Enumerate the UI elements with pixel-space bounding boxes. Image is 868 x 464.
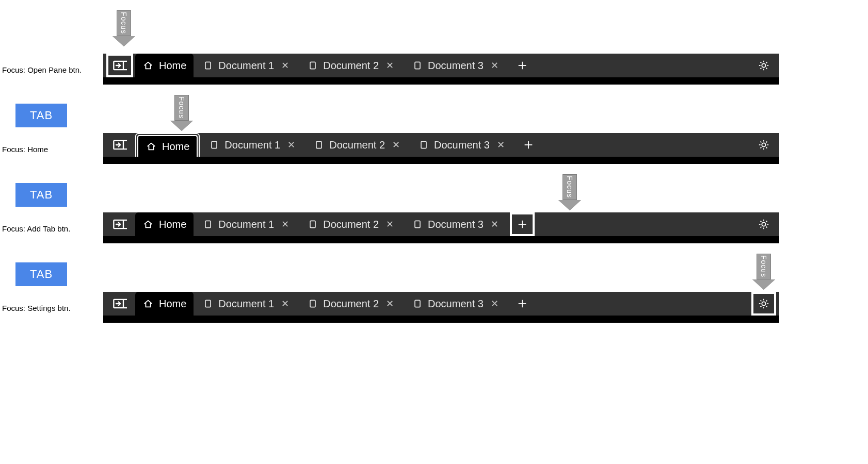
tab-document-1-close-button[interactable]: ✕ — [285, 138, 297, 152]
page-icon — [412, 219, 423, 229]
page-icon — [308, 299, 318, 309]
state-row-2: TABFocus: HomeFocusHomeDocument 1✕Docume… — [0, 95, 868, 164]
tab-document-3[interactable]: Document 3✕ — [411, 133, 514, 157]
tab-document-2-close-button[interactable]: ✕ — [390, 138, 402, 152]
open-pane-button[interactable] — [106, 292, 133, 316]
close-icon: ✕ — [287, 139, 295, 151]
focus-callout-label: Focus — [117, 10, 131, 36]
close-icon: ✕ — [281, 298, 289, 309]
tabstrip: HomeDocument 1✕Document 2✕Document 3✕ — [103, 54, 779, 77]
tab-document-2-label: Document 2 — [323, 298, 379, 310]
toolbar: HomeDocument 1✕Document 2✕Document 3✕ — [103, 54, 779, 85]
gear-icon — [758, 298, 769, 309]
focus-caption: Focus: Add Tab btn. — [2, 224, 70, 233]
tab-home-label: Home — [159, 298, 186, 310]
tab-document-2-close-button[interactable]: ✕ — [384, 59, 396, 72]
open-pane-icon — [112, 296, 127, 311]
close-icon: ✕ — [281, 60, 289, 71]
spacer — [537, 292, 749, 316]
tab-document-2[interactable]: Document 2✕ — [300, 292, 403, 316]
content-strip — [103, 316, 779, 323]
tab-document-1-close-button[interactable]: ✕ — [279, 297, 291, 310]
tab-document-3-close-button[interactable]: ✕ — [495, 138, 507, 152]
page-icon — [308, 60, 318, 71]
arrow-down-icon — [170, 121, 193, 131]
focus-callout-label: Focus — [757, 254, 771, 279]
tab-document-1[interactable]: Document 1✕ — [196, 54, 298, 77]
tab-home-focus-ring: Home — [135, 133, 200, 157]
add-tab-button[interactable] — [510, 292, 535, 316]
focus-caption: Focus: Open Pane btn. — [2, 65, 82, 74]
settings-button[interactable] — [751, 212, 776, 236]
left-column: Focus: Open Pane btn. — [0, 65, 103, 85]
tab-document-2[interactable]: Document 2✕ — [300, 54, 403, 77]
gear-icon — [758, 139, 769, 151]
tab-home[interactable]: Home — [137, 135, 198, 157]
tab-document-3-close-button[interactable]: ✕ — [489, 59, 501, 72]
tab-document-2-label: Document 2 — [323, 219, 379, 230]
open-pane-icon — [112, 58, 127, 73]
focus-callout-label: Focus — [174, 95, 189, 121]
tab-document-3[interactable]: Document 3✕ — [405, 54, 508, 77]
home-icon — [142, 219, 154, 230]
add-tab-button[interactable] — [516, 133, 541, 157]
gear-icon — [758, 219, 769, 230]
plus-icon — [517, 219, 528, 230]
close-icon: ✕ — [386, 298, 394, 309]
add-tab-button[interactable] — [510, 212, 535, 236]
tab-document-3[interactable]: Document 3✕ — [405, 212, 508, 236]
tab-key-chip: TAB — [15, 183, 67, 207]
focus-callout: Focus — [112, 10, 135, 46]
focus-callout: Focus — [752, 254, 775, 290]
close-icon: ✕ — [281, 219, 289, 230]
settings-button[interactable] — [751, 54, 776, 77]
tab-document-3-label: Document 3 — [428, 219, 484, 230]
add-tab-button[interactable] — [510, 54, 535, 77]
focus-callout-label: Focus — [562, 174, 577, 200]
tab-document-3-close-button[interactable]: ✕ — [489, 218, 501, 231]
tab-home-label: Home — [159, 60, 186, 72]
tab-document-3-label: Document 3 — [428, 60, 484, 72]
tab-document-1[interactable]: Document 1✕ — [196, 212, 298, 236]
tab-home[interactable]: Home — [135, 292, 194, 316]
toolbar: HomeDocument 1✕Document 2✕Document 3✕ — [103, 133, 779, 164]
close-icon: ✕ — [497, 139, 505, 151]
tab-document-2[interactable]: Document 2✕ — [300, 212, 403, 236]
tab-home[interactable]: Home — [135, 54, 194, 77]
tab-document-1[interactable]: Document 1✕ — [196, 292, 298, 316]
tab-document-1[interactable]: Document 1✕ — [202, 133, 304, 157]
tab-document-3-close-button[interactable]: ✕ — [489, 297, 501, 310]
stage: FocusHomeDocument 1✕Document 2✕Document … — [103, 254, 868, 323]
tab-document-2[interactable]: Document 2✕ — [307, 133, 409, 157]
arrow-down-icon — [752, 279, 775, 290]
home-icon — [146, 141, 157, 152]
open-pane-icon — [112, 138, 127, 152]
tabstrip: HomeDocument 1✕Document 2✕Document 3✕ — [103, 212, 779, 236]
open-pane-button[interactable] — [106, 54, 133, 77]
tabstrip: HomeDocument 1✕Document 2✕Document 3✕ — [103, 133, 779, 157]
plus-icon — [523, 139, 534, 151]
open-pane-button[interactable] — [106, 212, 133, 236]
tab-document-2-close-button[interactable]: ✕ — [384, 297, 396, 310]
focus-caption: Focus: Home — [2, 145, 48, 154]
close-icon: ✕ — [491, 60, 499, 71]
settings-button[interactable] — [751, 133, 776, 157]
tab-document-2-label: Document 2 — [329, 139, 385, 151]
tab-document-1-close-button[interactable]: ✕ — [279, 59, 291, 72]
gear-icon — [758, 60, 769, 71]
spacer — [537, 54, 749, 77]
content-strip — [103, 236, 779, 243]
tab-key-chip: TAB — [15, 262, 67, 286]
stage: FocusHomeDocument 1✕Document 2✕Document … — [103, 174, 868, 243]
tab-home[interactable]: Home — [135, 212, 194, 236]
settings-button[interactable] — [751, 292, 776, 316]
focus-callout: Focus — [558, 174, 581, 210]
tab-document-2-close-button[interactable]: ✕ — [384, 218, 396, 231]
focus-callout: Focus — [170, 95, 193, 131]
content-strip — [103, 157, 779, 164]
tab-home-label: Home — [162, 141, 189, 153]
tab-document-3[interactable]: Document 3✕ — [405, 292, 508, 316]
open-pane-button[interactable] — [106, 133, 133, 157]
tab-document-1-close-button[interactable]: ✕ — [279, 218, 291, 231]
page-icon — [412, 60, 423, 71]
